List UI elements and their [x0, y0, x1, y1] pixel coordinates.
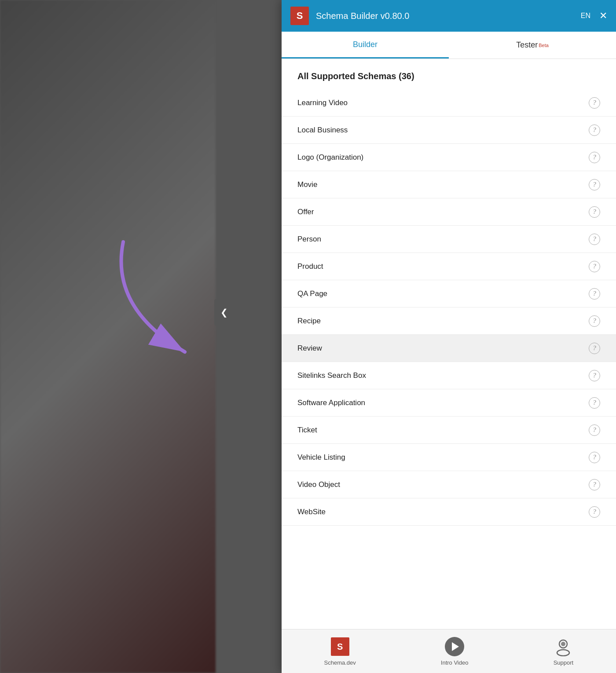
- help-icon[interactable]: ?: [589, 424, 600, 436]
- help-icon[interactable]: ?: [589, 124, 600, 136]
- schema-name: Product: [297, 262, 323, 271]
- schema-name: Sitelinks Search Box: [297, 371, 366, 380]
- schema-item-offer[interactable]: Offer ?: [282, 198, 616, 226]
- schema-list[interactable]: Learning Video ? Local Business ? Logo (…: [282, 89, 616, 629]
- footer-schema-dev-label: Schema.dev: [324, 659, 356, 666]
- schema-name: WebSite: [297, 508, 326, 516]
- footer-schema-dev[interactable]: S Schema.dev: [324, 636, 356, 666]
- help-icon[interactable]: ?: [589, 206, 600, 218]
- help-icon[interactable]: ?: [589, 370, 600, 381]
- schema-item-qa-page[interactable]: QA Page ?: [282, 280, 616, 307]
- play-icon: [444, 636, 465, 657]
- help-icon[interactable]: ?: [589, 261, 600, 272]
- help-icon[interactable]: ?: [589, 397, 600, 409]
- schema-name: Logo (Organization): [297, 153, 363, 162]
- tab-tester[interactable]: TesterBeta: [449, 32, 616, 59]
- schema-name: Review: [297, 344, 322, 353]
- schema-name: Learning Video: [297, 99, 348, 107]
- schema-item-local-business[interactable]: Local Business ?: [282, 117, 616, 144]
- chevron-left-icon: ❮: [220, 307, 228, 318]
- tab-bar: Builder TesterBeta: [282, 32, 616, 59]
- help-icon[interactable]: ?: [589, 179, 600, 190]
- beta-badge: Beta: [539, 43, 549, 48]
- schema-item-learning-video[interactable]: Learning Video ?: [282, 89, 616, 117]
- help-icon[interactable]: ?: [589, 97, 600, 109]
- help-icon[interactable]: ?: [589, 288, 600, 300]
- support-svg-icon: [554, 637, 573, 656]
- footer-support-label: Support: [554, 659, 574, 666]
- schema-item-product[interactable]: Product ?: [282, 253, 616, 280]
- arrow-annotation: [97, 229, 220, 369]
- schema-name: Person: [297, 235, 321, 244]
- schema-name: Offer: [297, 208, 314, 216]
- schema-dev-logo: S: [331, 637, 349, 656]
- schema-item-logo-organization[interactable]: Logo (Organization) ?: [282, 144, 616, 171]
- schema-item-vehicle-listing[interactable]: Vehicle Listing ?: [282, 444, 616, 471]
- schema-item-software-application[interactable]: Software Application ?: [282, 389, 616, 417]
- footer-intro-video-label: Intro Video: [441, 659, 469, 666]
- footer-support[interactable]: Support: [553, 636, 573, 666]
- schema-item-website[interactable]: WebSite ?: [282, 498, 616, 526]
- svg-point-3: [561, 642, 565, 646]
- tab-builder[interactable]: Builder: [282, 32, 449, 59]
- schema-item-recipe[interactable]: Recipe ?: [282, 307, 616, 335]
- content-area: All Supported Schemas (36) Learning Vide…: [282, 59, 616, 629]
- schema-name: Software Application: [297, 399, 365, 407]
- schema-name: Movie: [297, 180, 317, 189]
- help-icon[interactable]: ?: [589, 343, 600, 354]
- help-icon[interactable]: ?: [589, 152, 600, 163]
- app-logo: S: [290, 7, 309, 25]
- svg-point-2: [557, 650, 569, 656]
- help-icon[interactable]: ?: [589, 506, 600, 518]
- schema-item-review[interactable]: Review ?: [282, 335, 616, 362]
- play-triangle: [452, 642, 459, 651]
- schema-name: Ticket: [297, 426, 317, 435]
- footer-intro-video[interactable]: Intro Video: [441, 636, 469, 666]
- close-button[interactable]: ✕: [599, 11, 607, 21]
- help-icon[interactable]: ?: [589, 479, 600, 490]
- help-icon[interactable]: ?: [589, 452, 600, 463]
- schema-item-movie[interactable]: Movie ?: [282, 171, 616, 198]
- schema-name: Local Business: [297, 126, 348, 135]
- footer: S Schema.dev Intro Video Support: [282, 629, 616, 673]
- help-icon[interactable]: ?: [589, 234, 600, 245]
- schema-item-person[interactable]: Person ?: [282, 226, 616, 253]
- support-icon: [553, 636, 573, 657]
- play-button-circle: [445, 637, 464, 656]
- language-selector[interactable]: EN: [581, 12, 590, 20]
- schema-dev-icon: S: [330, 636, 350, 657]
- schema-item-sitelinks-search-box[interactable]: Sitelinks Search Box ?: [282, 362, 616, 389]
- schema-name: Recipe: [297, 317, 321, 326]
- title-bar: S Schema Builder v0.80.0 EN ✕: [282, 0, 616, 32]
- section-title: All Supported Schemas (36): [282, 59, 616, 89]
- schema-item-video-object[interactable]: Video Object ?: [282, 471, 616, 498]
- schema-item-ticket[interactable]: Ticket ?: [282, 417, 616, 444]
- schema-name: QA Page: [297, 289, 327, 298]
- schema-builder-panel: S Schema Builder v0.80.0 EN ✕ Builder Te…: [282, 0, 616, 673]
- help-icon[interactable]: ?: [589, 315, 600, 327]
- schema-name: Vehicle Listing: [297, 453, 345, 462]
- schema-name: Video Object: [297, 480, 340, 489]
- app-title: Schema Builder v0.80.0: [316, 11, 581, 21]
